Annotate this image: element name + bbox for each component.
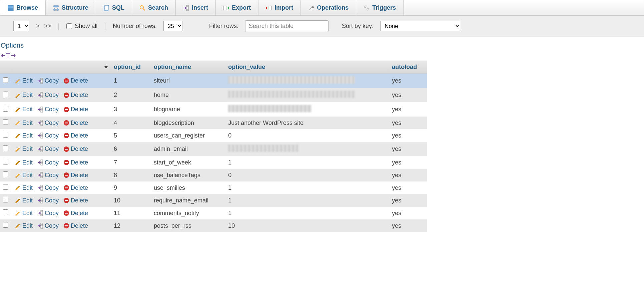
tab-export[interactable]: Export — [215, 0, 258, 15]
delete-button[interactable]: Delete — [62, 210, 89, 217]
tab-insert[interactable]: Insert — [175, 0, 216, 15]
copy-button[interactable]: Copy — [36, 222, 60, 229]
import-icon — [266, 5, 272, 11]
cell-autoload: yes — [389, 219, 427, 232]
edit-button[interactable]: Edit — [14, 146, 34, 152]
table-row: EditCopyDelete4blogdescriptionJust anoth… — [0, 117, 427, 129]
show-all-checkbox[interactable] — [66, 23, 72, 29]
tab-operations[interactable]: Operations — [300, 0, 356, 15]
copy-button[interactable]: Copy — [36, 132, 60, 139]
cell-option-name: require_name_email — [151, 194, 225, 207]
text-tool-icon[interactable] — [1, 52, 24, 59]
svg-line-30 — [366, 7, 367, 9]
row-checkbox[interactable] — [3, 209, 8, 215]
edit-button[interactable]: Edit — [14, 159, 34, 166]
edit-label: Edit — [22, 184, 33, 191]
copy-button[interactable]: Copy — [36, 159, 60, 166]
options-link[interactable]: Options — [0, 37, 644, 51]
cell-autoload: yes — [389, 102, 427, 117]
tab-search[interactable]: Search — [132, 0, 176, 15]
copy-button[interactable]: Copy — [36, 77, 60, 84]
delete-button[interactable]: Delete — [62, 120, 89, 127]
cell-option-id: 3 — [111, 102, 151, 117]
tab-structure[interactable]: Structure — [45, 0, 96, 15]
row-checkbox[interactable] — [3, 171, 8, 177]
delete-button[interactable]: Delete — [62, 172, 89, 179]
row-checkbox[interactable] — [3, 159, 8, 164]
delete-button[interactable]: Delete — [62, 197, 89, 204]
svg-rect-98 — [65, 213, 68, 214]
delete-label: Delete — [71, 77, 88, 84]
delete-button[interactable]: Delete — [62, 222, 89, 229]
copy-button[interactable]: Copy — [36, 92, 60, 99]
delete-icon — [63, 185, 69, 191]
copy-button[interactable]: Copy — [36, 120, 60, 127]
edit-button[interactable]: Edit — [14, 184, 34, 191]
cell-option-value — [225, 88, 389, 102]
cell-option-name: use_smilies — [151, 181, 225, 194]
edit-button[interactable]: Edit — [14, 172, 34, 179]
insert-icon — [37, 120, 43, 126]
edit-button[interactable]: Edit — [14, 197, 34, 204]
edit-button[interactable]: Edit — [14, 132, 34, 139]
col-option-id[interactable]: option_id — [111, 61, 151, 74]
row-checkbox[interactable] — [3, 77, 8, 83]
delete-button[interactable]: Delete — [62, 92, 89, 99]
redacted-value — [228, 105, 311, 112]
row-checkbox[interactable] — [3, 119, 8, 125]
svg-rect-104 — [65, 225, 68, 226]
filter-rows-input[interactable] — [245, 20, 329, 32]
cell-option-value — [225, 102, 389, 117]
tab-sql[interactable]: SQL — [96, 0, 132, 15]
table-row: EditCopyDelete8use_balanceTags0yes — [0, 169, 427, 181]
col-option-value[interactable]: option_value — [225, 61, 389, 74]
copy-button[interactable]: Copy — [36, 146, 60, 152]
copy-button[interactable]: Copy — [36, 210, 60, 217]
copy-button[interactable]: Copy — [36, 197, 60, 204]
pencil-icon — [15, 210, 21, 216]
edit-button[interactable]: Edit — [14, 210, 34, 217]
edit-button[interactable]: Edit — [14, 77, 34, 84]
cell-option-id: 7 — [111, 156, 151, 169]
tab-label: Import — [274, 4, 293, 11]
row-checkbox[interactable] — [3, 197, 8, 202]
row-checkbox[interactable] — [3, 132, 8, 138]
cell-option-value: Just another WordPress site — [225, 117, 389, 129]
edit-button[interactable]: Edit — [14, 92, 34, 99]
page-select[interactable]: 1 — [13, 21, 29, 31]
delete-button[interactable]: Delete — [62, 132, 89, 139]
col-autoload[interactable]: autoload — [389, 61, 427, 74]
delete-button[interactable]: Delete — [62, 77, 89, 84]
row-checkbox[interactable] — [3, 222, 8, 228]
sort-by-key-select[interactable]: None — [380, 21, 460, 31]
last-page-button[interactable]: >> — [44, 23, 51, 30]
tab-browse[interactable]: Browse — [0, 0, 46, 15]
tab-label: Structure — [62, 4, 88, 11]
copy-button[interactable]: Copy — [36, 106, 60, 113]
row-checkbox[interactable] — [3, 146, 8, 151]
show-all-label[interactable]: Show all — [66, 23, 97, 30]
sort-desc-icon[interactable] — [104, 65, 108, 70]
separator: | — [104, 22, 106, 31]
delete-button[interactable]: Delete — [62, 146, 89, 152]
delete-button[interactable]: Delete — [62, 159, 89, 166]
edit-button[interactable]: Edit — [14, 120, 34, 127]
tab-triggers[interactable]: Triggers — [356, 0, 404, 15]
edit-button[interactable]: Edit — [14, 222, 34, 229]
cell-option-id: 9 — [111, 181, 151, 194]
copy-button[interactable]: Copy — [36, 184, 60, 191]
row-checkbox[interactable] — [3, 92, 8, 97]
tab-import[interactable]: Import — [258, 0, 301, 15]
delete-button[interactable]: Delete — [62, 106, 89, 113]
row-checkbox[interactable] — [3, 184, 8, 190]
pager: > >> — [36, 23, 51, 30]
edit-label: Edit — [22, 77, 33, 84]
triggers-icon — [364, 5, 370, 11]
copy-button[interactable]: Copy — [36, 172, 60, 179]
next-page-button[interactable]: > — [36, 23, 40, 30]
edit-button[interactable]: Edit — [14, 106, 34, 113]
delete-button[interactable]: Delete — [62, 184, 89, 191]
row-checkbox[interactable] — [3, 106, 8, 112]
col-option-name[interactable]: option_name — [151, 61, 225, 74]
rows-select[interactable]: 25 — [163, 21, 182, 31]
